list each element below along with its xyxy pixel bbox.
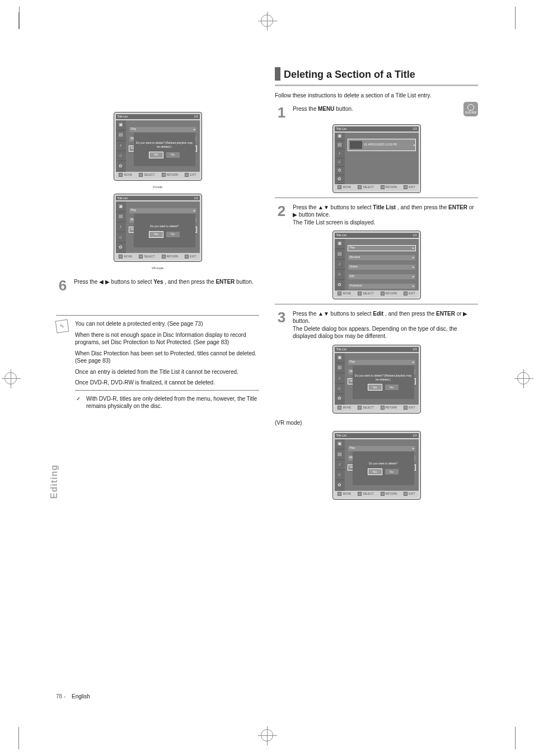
delete-dialog-screenshot-1: Title List1/3 ▣▤♪☼✿ Play▸ Rename▸ Delete… [332,345,421,414]
yes-button[interactable]: Yes [368,384,382,390]
note-line: When Disc Protection has been set to Pro… [75,350,259,365]
step-6: 6 Press the ◀ ▶ buttons to select Yes , … [56,278,259,293]
divider [75,390,259,391]
heading-bar-icon [275,67,280,81]
section-heading: Deleting a Section of a Title [275,67,478,81]
no-button[interactable]: No [385,469,399,475]
divider [275,304,478,304]
intro-text: Follow these instructions to delete a se… [275,92,478,100]
up-down-icon: ▲▼ [318,204,329,210]
no-button[interactable]: No [385,384,399,390]
sidebar-icon: ☼ [116,151,126,161]
v-mode-dialog-screenshot: Title List 1/3 ▣ ▤ ♪ ☼ ✿ Play▸ Rename▸ D… [114,112,202,181]
note-line: When there is not enough space in Disc I… [75,331,259,346]
after-text: The Title List screen is displayed. [293,219,375,226]
dialog-question: Do you want to delete? (Related playlist… [134,141,195,149]
title-list-screenshot: Title List1/3 ▣▤♪☼⚙✿ 01 APR/22/2005 12:0… [332,124,421,193]
ss-title: Title List [118,115,128,119]
no-button[interactable]: No [166,232,180,237]
step-number: 1 [275,105,288,120]
step-2: 2 Press the ▲▼ buttons to select Title L… [275,204,478,227]
note-line: Once an entry is deleted from the Title … [75,368,259,376]
vmode-label: V-mode [56,185,259,189]
page-footer: 78 - English [56,693,478,701]
divider [56,315,259,316]
step-number: 6 [56,278,69,293]
checkmark-note: ✓ With DVD-R, titles are only deleted fr… [86,395,259,410]
sidebar-icon: ✿ [116,161,126,171]
side-tab-editing: Editing [48,464,60,499]
up-down-icon: ▲▼ [318,311,329,317]
footer-lang: English [72,693,90,701]
sidebar-icon: ▤ [116,130,126,140]
heading-underline [275,84,478,86]
vrmode-label: VR-mode [56,266,259,270]
step-number: 2 [275,204,288,227]
dvd-rw-badge: DVD-RW [463,102,478,116]
thumbnail-icon [350,141,362,149]
yes-button[interactable]: Yes [149,152,163,158]
note-line: Once DVD-R, DVD-RW is finalized, it cann… [75,379,259,387]
vr-mode-dialog-screenshot: Title List1/3 ▣▤♪☼✿ Play▸ Rename▸ Delete… [114,194,202,262]
sidebar-icon: ♪ [116,141,126,151]
yes-button[interactable]: Yes [149,232,163,237]
step-6-text: Press the ◀ ▶ buttons to select Yes , an… [74,278,259,293]
disc-icon [467,104,474,111]
divider [275,198,478,198]
note-icon: ✎ [55,320,69,334]
note-line: You can not delete a protected entry. (S… [75,320,259,328]
badge-label: DVD-RW [465,111,476,114]
check-icon: ✓ [76,395,81,403]
step-3: 3 Press the ▲▼ buttons to select Edit , … [275,310,478,340]
left-right-icon: ◀ ▶ [99,279,110,285]
right-icon: ▶ [293,212,297,218]
step-number: 3 [275,310,288,340]
right-icon: ▶ [463,311,467,317]
delete-dialog-screenshot-2: Title List1/3 ▣▤♪☼✿ Play▸ Rename▸ Delete… [332,431,421,500]
sidebar-icon: ▣ [116,120,126,130]
no-button[interactable]: No [166,152,180,158]
yes-button[interactable]: Yes [368,469,382,475]
step-1: 1 Press the MENU button. [275,105,478,120]
vr-mode-label: (VR mode) [275,419,478,427]
title-list-menu-screenshot: Title List1/3 ▣▤♪☼✿ Play▸ Rename▸ Delete… [332,231,421,299]
page-number: 78 - [56,693,65,701]
